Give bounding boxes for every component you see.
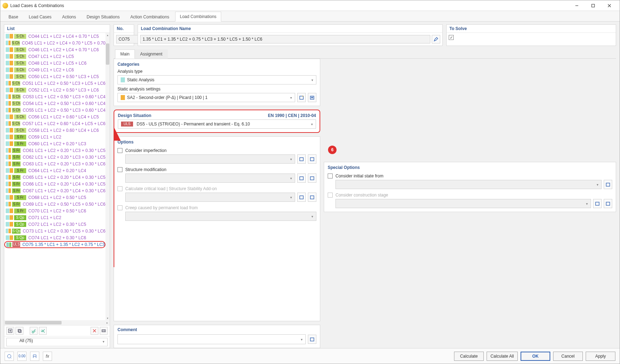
check-all-button[interactable] [30, 327, 38, 335]
vertical-scrollbar[interactable]: ▴ ▾ [105, 33, 110, 320]
imperfection-edit-button[interactable] [308, 154, 316, 164]
calculate-button[interactable]: Calculate [454, 352, 484, 361]
cancel-button[interactable]: Cancel [553, 352, 583, 361]
new-item-button[interactable] [6, 327, 14, 335]
analysis-type-dropdown[interactable]: Static Analysis [117, 75, 316, 84]
apply-button[interactable]: Apply [586, 352, 615, 361]
name-input[interactable] [140, 35, 430, 43]
scroll-down-icon[interactable]: ▾ [105, 316, 110, 320]
list-item[interactable]: S FrCO63LC1 + LC2 + 0.20 * LC3 + 0.30 * … [4, 160, 105, 167]
details-button[interactable] [100, 327, 108, 335]
list-item[interactable]: S ChCO45LC1 + LC2 + LC4 + 0.70 * LC5 + 0… [4, 40, 105, 46]
static-settings-new-button[interactable] [297, 93, 306, 102]
subtab-assignment[interactable]: Assignment [135, 49, 168, 59]
list-item[interactable]: S QpCO72LC1 + LC2 + 0.30 * LC5 [4, 221, 105, 228]
comment-edit-button[interactable] [308, 335, 316, 344]
category-badge: S Ch [14, 115, 26, 119]
list-item[interactable]: S FrCO70LC1 + LC2 + 0.50 * LC6 [4, 207, 105, 214]
list-item[interactable]: S FrCO66LC1 + LC2 + 0.20 * LC4 + 0.30 * … [4, 181, 105, 187]
analysis-type-value: Static Analysis [127, 77, 154, 82]
imperfection-checkbox[interactable] [117, 148, 122, 153]
ok-button[interactable]: OK [521, 352, 550, 361]
list-item[interactable]: S FrCO69LC1 + LC2 + 0.50 * LC5 + 0.50 * … [4, 201, 105, 207]
initial-state-edit-button[interactable] [604, 180, 612, 189]
category-badge: S Fr [12, 182, 21, 187]
function-button[interactable]: fx [43, 352, 52, 361]
scroll-up-icon[interactable]: ▴ [105, 33, 110, 37]
tab-load-cases[interactable]: Load Cases [24, 12, 56, 22]
list-item[interactable]: S ChCO54LC1 + LC2 + 0.50 * LC3 + 0.60 * … [4, 100, 105, 107]
row-text: LC1 + LC2 + 0.50 * LC3 + LC5 + LC6 [35, 81, 105, 86]
category-badge: S Ch [12, 41, 20, 46]
list-item[interactable]: S ChCO51LC1 + LC2 + 0.50 * LC3 + LC5 + L… [4, 80, 105, 87]
swatch-icon [6, 188, 8, 193]
structure-button[interactable] [30, 352, 39, 361]
scroll-right-icon[interactable]: ▸ [105, 320, 110, 325]
static-settings-dropdown[interactable]: SA2 - Second-order (P-Δ) | Picard | 100 … [117, 93, 295, 102]
list-item[interactable]: S ChCO55LC1 + LC2 + 0.50 * LC3 + 0.60 * … [4, 107, 105, 113]
uncheck-all-button[interactable] [39, 327, 47, 335]
list-item[interactable]: S ChCO53LC1 + LC2 + 0.50 * LC3 + 0.60 * … [4, 93, 105, 100]
scroll-thumb[interactable] [106, 43, 109, 65]
construction-stage-new-button[interactable] [593, 199, 602, 208]
list-item[interactable]: S ChCO50LC1 + LC2 + 0.50 * LC3 + LC5 [4, 73, 105, 80]
critical-load-new-button[interactable] [297, 193, 306, 202]
list-item[interactable]: S FrCO64LC1 + LC2 + 0.20 * LC4 [4, 167, 105, 174]
list-item[interactable]: S ChCO49LC1 + LC2 + LC6 [4, 66, 105, 73]
row-code: CO49 [28, 67, 39, 72]
list-item[interactable]: S QpCO74LC1 + LC2 + 0.30 * LC6 [4, 234, 105, 241]
filter-dropdown[interactable]: All (75) [6, 338, 108, 346]
horizontal-scrollbar[interactable]: ◂ ▸ [4, 320, 110, 325]
delete-button[interactable] [91, 327, 98, 335]
comment-dropdown[interactable] [117, 334, 306, 344]
list-item[interactable]: S FrCO59LC1 + LC2 [4, 134, 105, 140]
imperfection-new-button[interactable] [297, 154, 306, 164]
list-item[interactable]: S QpCO73LC1 + LC2 + 0.30 * LC5 + 0.30 * … [4, 228, 105, 234]
design-situation-dropdown[interactable]: ULS DS5 - ULS (STR/GEO) - Permanent and … [118, 119, 316, 129]
tab-base[interactable]: Base [4, 12, 23, 22]
list-item[interactable]: S ChCO57LC1 + LC2 + 0.60 * LC4 + LC5 + L… [4, 120, 105, 127]
structure-mod-new-button[interactable] [297, 174, 306, 183]
list-item[interactable]: S ChCO48LC1 + LC2 + LC5 + LC6 [4, 60, 105, 66]
svg-rect-15 [596, 202, 599, 205]
list-item[interactable]: S ChCO52LC1 + LC2 + 0.50 * LC3 + LC6 [4, 87, 105, 93]
list-item[interactable]: S ChCO47LC1 + LC2 + LC5 [4, 53, 105, 60]
subtab-main[interactable]: Main [115, 49, 135, 59]
tosolve-checkbox[interactable] [449, 35, 454, 40]
structure-mod-edit-button[interactable] [308, 174, 316, 183]
help-button[interactable] [5, 352, 14, 361]
critical-load-edit-button[interactable] [308, 193, 316, 202]
list-item[interactable]: S ChCO44LC1 + LC2 + LC4 + 0.70 * LC5 [4, 33, 105, 40]
list-item[interactable]: S QpCO71LC1 + LC2 [4, 214, 105, 221]
close-button[interactable] [601, 0, 618, 11]
list-item[interactable]: S FrCO61LC1 + LC2 + 0.20 * LC3 + 0.30 * … [4, 147, 105, 154]
list-item[interactable]: S ChCO56LC1 + LC2 + 0.60 * LC4 + LC5 [4, 113, 105, 120]
list-item[interactable]: S ChCO58LC1 + LC2 + 0.60 * LC4 + LC6 [4, 127, 105, 134]
list-item[interactable]: S FrCO60LC1 + LC2 + 0.20 * LC3 [4, 140, 105, 147]
construction-stage-edit-button[interactable] [604, 199, 612, 208]
h-scroll-thumb[interactable] [5, 321, 62, 324]
static-settings-edit-button[interactable] [308, 93, 316, 102]
structure-mod-checkbox[interactable] [117, 167, 122, 172]
list-item[interactable]: S ChCO46LC1 + LC2 + LC4 + 0.70 * LC6 [4, 46, 105, 53]
row-text: LC1 + LC2 + 0.60 * LC4 + LC5 + LC6 [35, 121, 105, 126]
tab-actions[interactable]: Actions [57, 12, 80, 22]
tab-action-combinations[interactable]: Action Combinations [126, 12, 174, 22]
copy-item-button[interactable] [16, 327, 23, 335]
units-button[interactable]: 0.00 [17, 352, 27, 361]
list-item[interactable]: S FrCO65LC1 + LC2 + 0.20 * LC4 + 0.30 * … [4, 174, 105, 181]
maximize-button[interactable] [585, 0, 601, 11]
tab-design-situations[interactable]: Design Situations [82, 12, 124, 22]
list-item[interactable]: S FrCO67LC1 + LC2 + 0.20 * LC4 + 0.30 * … [4, 187, 105, 194]
edit-name-button[interactable] [432, 35, 440, 43]
calculate-all-button[interactable]: Calculate All [487, 352, 518, 361]
list-header: List [4, 25, 110, 33]
minimize-button[interactable] [569, 0, 585, 11]
list-rows[interactable]: S ChCO44LC1 + LC2 + LC4 + 0.70 * LC5S Ch… [4, 33, 105, 320]
initial-state-checkbox[interactable] [328, 174, 333, 178]
list-item[interactable]: S FrCO68LC1 + LC2 + 0.50 * LC5 [4, 194, 105, 201]
options-header: Options [117, 140, 316, 145]
tab-load-combinations[interactable]: Load Combinations [175, 12, 221, 22]
list-item[interactable]: S FrCO62LC1 + LC2 + 0.20 * LC3 + 0.30 * … [4, 154, 105, 160]
list-item[interactable]: ULSCO751.35 * LC1 + 1.35 * LC2 + 0.75 * … [4, 241, 105, 248]
